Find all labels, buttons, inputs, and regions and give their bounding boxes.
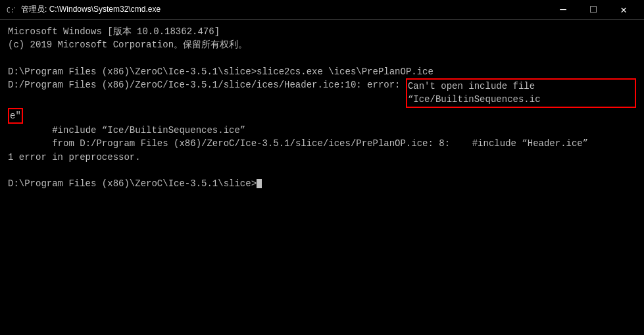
maximize-button[interactable]: □ bbox=[578, 0, 608, 20]
svg-text:C:\: C:\ bbox=[7, 7, 15, 14]
console-line-1: Microsoft Windows [版本 10.0.18362.476] bbox=[8, 25, 636, 38]
title-bar-left: C:\ 管理员: C:\Windows\System32\cmd.exe bbox=[5, 4, 161, 15]
cmd-icon: C:\ bbox=[5, 5, 16, 15]
window: C:\ 管理员: C:\Windows\System32\cmd.exe — □… bbox=[0, 0, 644, 335]
console-line-3 bbox=[8, 52, 636, 65]
console-line-7: #include “Ice/BuiltinSequences.ice” bbox=[8, 124, 636, 137]
console-line-8: from D:/Program Files (x86)/ZeroC/Ice-3.… bbox=[8, 137, 636, 150]
cursor bbox=[257, 179, 262, 188]
console-line-4: D:\Program Files (x86)\ZeroC\Ice-3.5.1\s… bbox=[8, 65, 636, 78]
console-area: Microsoft Windows [版本 10.0.18362.476] (c… bbox=[0, 20, 644, 335]
console-prompt: D:\Program Files (x86)\ZeroC\Ice-3.5.1\s… bbox=[8, 177, 257, 190]
minimize-button[interactable]: — bbox=[548, 0, 578, 20]
error-prefix: D:/Program Files (x86)/ZeroC/Ice-3.5.1/s… bbox=[8, 78, 406, 91]
console-line-2: (c) 2019 Microsoft Corporation。保留所有权利。 bbox=[8, 38, 636, 51]
close-button[interactable]: ✕ bbox=[608, 0, 639, 20]
console-error-continuation: e" bbox=[8, 108, 636, 124]
title-bar: C:\ 管理员: C:\Windows\System32\cmd.exe — □… bbox=[0, 0, 644, 20]
console-prompt-line: D:\Program Files (x86)\ZeroC\Ice-3.5.1\s… bbox=[8, 177, 636, 190]
error-message-cont: e" bbox=[8, 108, 23, 124]
window-title: 管理员: C:\Windows\System32\cmd.exe bbox=[21, 4, 161, 15]
title-bar-controls: — □ ✕ bbox=[548, 0, 639, 20]
console-line-9: 1 error in preprocessor. bbox=[8, 151, 636, 164]
error-message: Can't open include file “Ice/BuiltinSequ… bbox=[406, 78, 636, 108]
console-error-line: D:/Program Files (x86)/ZeroC/Ice-3.5.1/s… bbox=[8, 78, 636, 108]
console-line-10 bbox=[8, 164, 636, 177]
